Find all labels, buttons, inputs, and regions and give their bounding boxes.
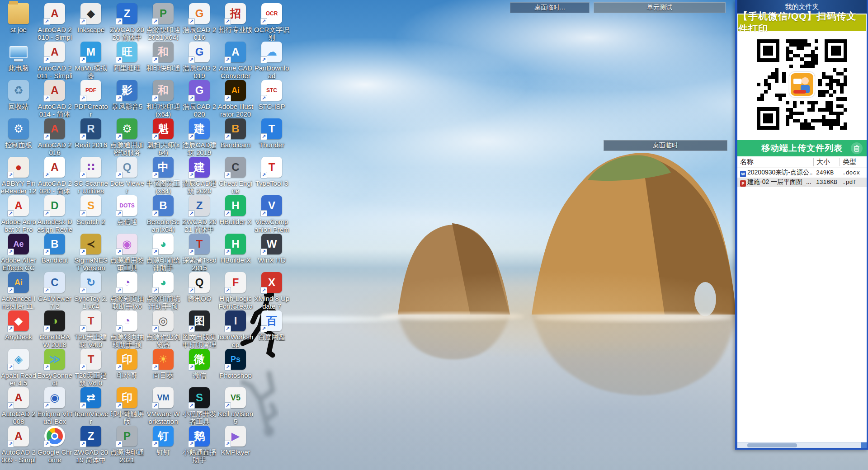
desktop-icon[interactable]: ≺↗SigmaNEST Version 8.0 [73,234,109,272]
desktop-icon[interactable]: A↗AutoCAD 2010 - Simplif... [37,3,73,42]
desktop-icon[interactable]: A↗Adobe Acrobat X Pro [0,195,37,234]
desktop-icon[interactable]: ☁↗PanDownload [254,42,290,80]
desktop-icon[interactable]: H↗HBuilderX [217,234,254,272]
desktop-icon[interactable]: ☀↗向日葵 [145,349,181,387]
desktop-icon[interactable]: D↗Autodesk Design Review [37,195,73,234]
desktop-icon[interactable]: DOTS↗点信通 [109,195,145,234]
fence-bar-desktop-temp-2[interactable]: 桌面临时 [604,140,727,151]
desktop-icon[interactable]: ∷↗SC Scanner Utilities [73,157,109,195]
desktop-icon[interactable]: STC↗STC-ISP [254,80,290,118]
desktop-icon[interactable]: G↗浩辰CAD 2020 [181,80,217,118]
desktop-icon[interactable]: V5↗Keil uVision5 [217,387,254,426]
desktop-icon[interactable]: ◉↗点源通用签审工具 [109,234,145,272]
desktop-icon[interactable]: ⚙↗点源通用加密锁服务 [109,118,145,157]
desktop-icon[interactable]: T↗探索者Tssd2015 [181,234,217,272]
horizontal-scrollbar[interactable] [737,442,867,448]
desktop-icon[interactable]: T↗T20天正建筑 V4.0 [73,310,109,349]
desktop-icon[interactable]: M↗MuMu模拟器 [73,42,109,80]
desktop-icon[interactable]: B↗BetcolorScan(x64) [145,195,181,234]
desktop-icon[interactable]: A↗AutoCAD 2011 - Simplif... [37,42,73,80]
desktop-icon[interactable]: ◕↗点源印前统计助手 [145,234,181,272]
desktop-icon[interactable]: P↗点源快印通 2021 [109,426,145,464]
desktop-icon[interactable]: ↻↗SyncToy 2.1 x64 [73,272,109,310]
desktop-icon[interactable]: P↗点源快印通 2021(x64) [145,3,181,42]
desktop-icon[interactable]: ▶↗KMPlayer [217,426,254,464]
desktop-icon[interactable]: 鹅↗小鹅通直播助手 [181,426,217,464]
desktop-icon[interactable]: A↗AutoCAD 2016 [37,118,73,157]
desktop-icon[interactable]: 影↗暴风影音5 [109,80,145,118]
desktop-icon[interactable]: 微↗微信 [181,349,217,387]
desktop-icon[interactable]: G↗浩辰CAD 2016 [181,3,217,42]
desktop-icon[interactable]: Ai↗Advanced Installer 11.0 [0,272,37,310]
desktop-icon[interactable]: ●↗ABBYY FineReader 12 [0,157,37,195]
desktop-icon[interactable]: 图↗图文出版集中打印管理系... [181,310,217,349]
desktop-icon[interactable]: A↗Acme CAD Converter [217,42,254,80]
desktop-icon[interactable]: T↗T20天正建筑 V6.0 [73,349,109,387]
desktop-icon[interactable]: V↗ViewCompanion Premi... [254,195,290,234]
desktop-icon[interactable]: ◆↗AnyDesk [0,310,37,349]
desktop-icon[interactable]: 百↗百度网盘 [254,310,290,349]
desktop-icon[interactable]: S↗小程序开发者工具 [181,387,217,426]
desktop-icon[interactable]: ⇄↗TeamViewer [73,387,109,426]
desktop-icon[interactable]: I↗IconWorkshop [217,310,254,349]
desktop-icon[interactable]: ◕↗点源印前统计助手-预装版... [145,272,181,310]
desktop-icon[interactable]: C↗CAJViewer 7.2 [37,272,73,310]
desktop-icon[interactable]: 此电脑 [0,42,37,80]
desktop-icon[interactable]: G↗浩辰CAD 2019 [181,42,217,80]
desktop-icon[interactable]: A↗AutoCAD 2009 - Simplif... [0,426,37,464]
fence-bar-unit-test[interactable]: 单元测试 [594,2,726,13]
desktop-icon[interactable]: A↗AutoCAD 2014 - 简体中... [37,80,73,118]
desktop-icon[interactable]: W↗WinX HD [254,234,290,272]
desktop-icon[interactable]: ◆↗Inkscape [73,3,109,42]
desktop-icon[interactable]: A↗AutoCAD 2008 [0,387,37,426]
desktop-icon[interactable]: ≫↗EasyConnect [37,349,73,387]
desktop-icon[interactable]: 钉↗钉钉 [145,426,181,464]
desktop-icon[interactable]: X↗XMind 8 Update 7 [254,272,290,310]
desktop-icon[interactable]: PDF↗PDFCreator [73,80,109,118]
desktop-icon[interactable]: 和↗和印快印通(x64) [145,80,181,118]
desktop-icon[interactable]: T↗TypeTool 3 [254,157,290,195]
desktop-icon[interactable]: S↗Scratch 2 [73,195,109,234]
desktop-icon[interactable]: ◉↗Enigma Virtual Box [37,387,73,426]
desktop-icon[interactable]: B↗Bandicam [217,118,254,157]
scrollbar-thumb[interactable] [747,443,797,447]
desktop-icon[interactable]: 和↗和印快印通 [145,42,181,80]
desktop-icon[interactable]: A↗AutoCAD 2020 - 简体中... [37,157,73,195]
desktop-icon[interactable]: ⚙控制面板 [0,118,37,157]
desktop-icon[interactable]: Q↗Dots Viewer [109,157,145,195]
desktop-icon[interactable]: Q↗腾讯QQ [181,272,217,310]
desktop-icon[interactable]: ♻回收站 [0,80,37,118]
desktop-icon[interactable]: Z↗ZWCAD 2021 简体中文 [181,195,217,234]
desktop-icon[interactable]: Ps↗Photoshop [217,349,254,387]
desktop-icon[interactable]: C↗Cheat Engine [217,157,254,195]
desktop-icon[interactable]: ↗Google Chrome [37,426,73,464]
desktop-icon[interactable]: ◔↗点源彩页抽取助手-预装版... [109,310,145,349]
desktop-icon[interactable]: ◎↗点源作业浏览器 [145,310,181,349]
desktop-icon[interactable]: Z↗ZWCAD 2020 简体中文 [109,3,145,42]
desktop-icon[interactable]: H↗HBuilder X [217,195,254,234]
clear-list-button[interactable] [851,142,863,154]
desktop-icon[interactable]: ◑↗CorelDRAW 2018 [37,310,73,349]
desktop-icon[interactable]: st joe [0,3,37,42]
desktop-icon[interactable]: 中↗中亿图文王(x64) [145,157,181,195]
uploaded-file-row[interactable]: P建施-02 一层平面图_...1316KB.pdf [737,178,867,187]
desktop-icon[interactable]: VM↗VMware Workstation Pro [145,387,181,426]
desktop-icon[interactable]: B↗Bandicut [37,234,73,272]
desktop-icon[interactable]: 旺↗阿里旺旺 [109,42,145,80]
desktop-icon[interactable]: 招↗招行专业版 [217,3,254,42]
desktop-icon[interactable]: 印↗印小哥触屏版 [109,387,145,426]
desktop-icon[interactable]: 建↗浩辰CAD建筑 2020 [181,157,217,195]
desktop-icon[interactable]: Z↗ZWCAD 2019 简体中文 [73,426,109,464]
desktop-icon[interactable]: OCR↗OCR文字识别 [254,3,290,42]
desktop-icon[interactable]: 魁↗魁扫大师(x64) [145,118,181,157]
desktop-icon[interactable]: ◔↗点源彩页抽取助手(x64) [109,272,145,310]
desktop-icon[interactable]: Ai↗Adobe Illustrator 2020 [217,80,254,118]
desktop-icon[interactable]: ◈↗Apabi Reader 4.5 [0,349,37,387]
desktop-icon[interactable]: R↗Revit 2016 [73,118,109,157]
desktop-icon[interactable]: F↗High-Logic FontCreator [217,272,254,310]
fence-bar-desktop-temp-1[interactable]: 桌面临时... [510,2,590,13]
desktop-icon[interactable]: T↗Thunder [254,118,290,157]
desktop-icon[interactable]: 建↗浩辰CAD建筑 2019 [181,118,217,157]
desktop-icon[interactable]: 印↗印小哥 [109,349,145,387]
uploaded-file-row[interactable]: W20200930来访-点源公...249KB.docx [737,168,867,178]
